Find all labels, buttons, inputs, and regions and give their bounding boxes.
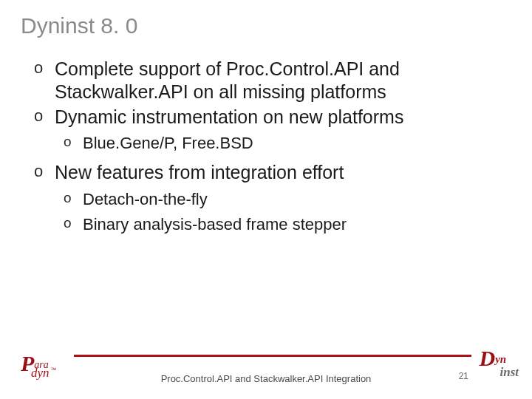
bullet-level2: Blue.Gene/P, Free.BSD bbox=[21, 133, 511, 154]
trademark-icon: ™ bbox=[51, 366, 57, 373]
logo-text: inst bbox=[499, 365, 519, 380]
slide-content: Complete support of Proc.Control.API and… bbox=[21, 58, 511, 236]
footer-text: Proc.Control.API and Stackwalker.API Int… bbox=[0, 373, 532, 384]
page-number: 21 bbox=[459, 371, 468, 381]
divider-rule bbox=[74, 355, 471, 357]
slide-title: Dyninst 8. 0 bbox=[21, 13, 511, 38]
logo-text: yn bbox=[495, 353, 506, 365]
footer: Para dyn™ Proc.Control.API and Stackwalk… bbox=[0, 350, 532, 386]
logo-text: ara bbox=[34, 359, 48, 370]
dyninst-logo: Dyn inst bbox=[479, 346, 519, 380]
bullet-level2: Detach-on-the-fly bbox=[21, 189, 511, 211]
bullet-level1: New features from integration effort bbox=[21, 161, 511, 184]
bullet-level1: Complete support of Proc.Control.API and… bbox=[21, 58, 511, 104]
bullet-level2: Binary analysis-based frame stepper bbox=[21, 214, 511, 236]
slide: Dyninst 8. 0 Complete support of Proc.Co… bbox=[0, 0, 532, 399]
bullet-level1: Dynamic instrumentation on new platforms bbox=[21, 106, 511, 129]
logo-letter: D bbox=[479, 346, 495, 370]
